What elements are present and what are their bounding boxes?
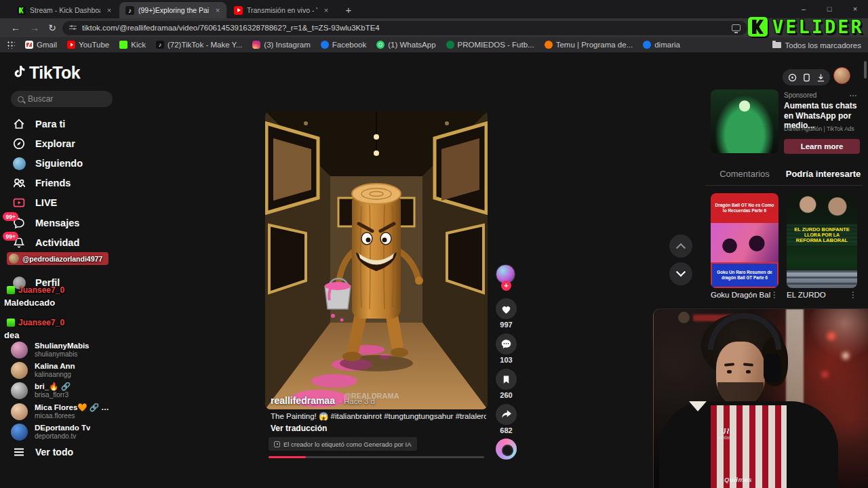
- jersey-collar: [689, 401, 707, 411]
- coin-icon[interactable]: [788, 73, 797, 82]
- maximize-button[interactable]: □: [816, 0, 842, 18]
- bookmark-button[interactable]: [496, 369, 517, 390]
- tiktok-page: TikTok Para ti Explorar Siguiendo: [0, 53, 868, 488]
- sidebar-item-live[interactable]: LIVE: [11, 194, 153, 211]
- tab-youtube-live[interactable]: Transmisión en vivo - YouTube ×: [228, 2, 335, 18]
- live-icon: [11, 195, 27, 210]
- suggested-video-goku[interactable]: Dragón Ball GT No es Como lo Recuerdas P…: [711, 193, 778, 288]
- sponsored-label: Sponsored: [784, 92, 816, 99]
- new-tab-button[interactable]: +: [340, 3, 357, 18]
- share-button[interactable]: [496, 404, 517, 425]
- avatar: [11, 382, 28, 399]
- avatar: [11, 403, 28, 420]
- like-button[interactable]: [496, 298, 517, 319]
- mobile-icon[interactable]: [803, 73, 810, 82]
- video-caption: The Painting! 😱 #italianbrainrot #tungtu…: [271, 411, 486, 421]
- tiktok-note-icon: [11, 64, 27, 82]
- video-player[interactable]: @REALDRAMA: [265, 111, 488, 409]
- video-progress-bar[interactable]: [269, 456, 484, 458]
- suggested-title-row[interactable]: EL ZURDO ⋮: [787, 290, 857, 300]
- bookmark-youtube[interactable]: YouTube: [67, 41, 109, 49]
- bookmark-dimaria[interactable]: dimaria: [643, 41, 680, 49]
- bookmark-tiktok[interactable]: ♪(72)TikTok - Make Y...: [156, 41, 242, 49]
- bookmark-gmail[interactable]: Gmail: [25, 41, 57, 49]
- stream-brand-text: VELIDER: [772, 16, 864, 37]
- headphone-earcup-icon: [764, 354, 781, 382]
- see-all-button[interactable]: Ver todo: [11, 445, 73, 460]
- video-username[interactable]: reallifedramaa: [271, 395, 335, 406]
- tab-tiktok-active[interactable]: ♪ (99+)Exploring the Painting Ph ×: [119, 2, 226, 18]
- thumb-caption-top: Dragón Ball GT No es Como lo Recuerdas P…: [711, 193, 778, 223]
- tab-podria-interesarte[interactable]: Podría interesarte: [784, 169, 863, 182]
- user-avatar[interactable]: [833, 67, 850, 84]
- tab-close-icon[interactable]: ×: [213, 6, 222, 14]
- tab-comentarios[interactable]: Comentarios: [705, 169, 784, 182]
- activity-bell-icon: 99+: [11, 235, 27, 250]
- bookmark-promiedos[interactable]: PROMIEDOS - Futb...: [446, 41, 534, 49]
- bookmark-kick[interactable]: Kick: [119, 41, 146, 49]
- comment-button[interactable]: [496, 333, 517, 354]
- more-options-icon[interactable]: ⋮: [770, 290, 778, 300]
- bookmark-temu[interactable]: Temu | Programa de...: [545, 41, 633, 49]
- next-video-button[interactable]: [669, 262, 692, 285]
- cast-icon[interactable]: [732, 24, 741, 31]
- account-row[interactable]: bri_🔥 🔗brisa_florr3: [11, 381, 153, 400]
- tab-kick-dashboard[interactable]: Stream - Kick Dashboard ×: [11, 2, 118, 18]
- all-bookmarks-button[interactable]: Todos los marcadores: [772, 37, 862, 53]
- apps-grid-icon[interactable]: [7, 41, 15, 49]
- sidebar-item-para-ti[interactable]: Para ti: [11, 115, 153, 133]
- scrollbar[interactable]: [864, 61, 867, 79]
- sidebar-item-mensajes[interactable]: 99+ Mensajes: [11, 214, 153, 232]
- account-row[interactable]: Kalina Annkalinaanngg: [11, 361, 153, 380]
- reload-button[interactable]: ↻: [45, 20, 60, 35]
- tab-close-icon[interactable]: ×: [321, 6, 331, 14]
- close-window-button[interactable]: ×: [842, 0, 868, 18]
- bookmark-facebook[interactable]: Facebook: [321, 41, 367, 49]
- suggested-title-row[interactable]: Goku Dragón Ball ⋮: [711, 290, 778, 300]
- ad-more-icon[interactable]: …: [849, 89, 858, 98]
- kick-chat-badge-icon: [7, 319, 15, 327]
- search-input[interactable]: [28, 94, 106, 104]
- sidebar-item-siguiendo[interactable]: Siguiendo: [11, 155, 153, 172]
- ad-cta-button[interactable]: Learn more: [784, 139, 860, 154]
- sidebar-item-actividad[interactable]: 99+ Actividad: [11, 234, 153, 251]
- share-arrow-icon: [500, 409, 512, 420]
- download-icon[interactable]: [816, 73, 825, 82]
- url-text[interactable]: tiktok.com/@reallifedramaa/video/7606145…: [82, 24, 726, 32]
- video-progress-fill: [269, 456, 306, 458]
- tiktok-icon: ♪: [156, 41, 164, 49]
- forward-button[interactable]: →: [27, 20, 42, 35]
- account-row[interactable]: Mica Flores🧡 🔗 …micaa.florees: [11, 402, 153, 421]
- account-row[interactable]: DEportando Tvdeportando.tv: [11, 422, 153, 441]
- address-bar[interactable]: tiktok.com/@reallifedramaa/video/7606145…: [62, 21, 747, 35]
- led-light: [822, 371, 828, 378]
- ad-advertiser: Daniel Aguillón | TikTok Ads: [784, 125, 861, 132]
- thumb-caption: EL ZURDO BONFANTE LLORA POR LA REFORMA L…: [787, 224, 857, 245]
- account-row[interactable]: ShulianyMabisshulianymabis: [11, 340, 153, 359]
- see-translation-button[interactable]: Ver traducción: [271, 424, 327, 433]
- whatsapp-icon: [376, 41, 384, 49]
- suggested-video-zurdo[interactable]: EL ZURDO BONFANTE LLORA POR LA REFORMA L…: [787, 193, 857, 288]
- thumb-image-building: [787, 270, 857, 288]
- kick-favicon: [17, 6, 26, 15]
- back-button[interactable]: ←: [8, 20, 23, 35]
- following-avatar-icon: [11, 156, 27, 171]
- sidebar-item-friends[interactable]: Friends: [11, 174, 153, 192]
- tab-close-icon[interactable]: ×: [104, 6, 114, 14]
- bookmark-whatsapp[interactable]: (1) WhatsApp: [376, 41, 435, 49]
- kick-logo-icon: [748, 17, 768, 37]
- follow-button[interactable]: +: [501, 281, 511, 291]
- previous-video-button[interactable]: [669, 235, 692, 258]
- chat-message-text: Maleducado: [4, 298, 55, 308]
- search-box[interactable]: [11, 91, 113, 107]
- ad-thumbnail[interactable]: [711, 89, 778, 153]
- chevron-down-icon: [676, 267, 686, 277]
- minimize-button[interactable]: –: [791, 0, 816, 18]
- more-options-icon[interactable]: ⋮: [849, 290, 857, 300]
- bookmark-instagram[interactable]: (3) Instagram: [252, 41, 310, 49]
- tiktok-logo[interactable]: TikTok: [11, 63, 80, 83]
- video-author-row[interactable]: reallifedramaa · Hace 3 d: [271, 395, 375, 406]
- sound-disc[interactable]: [496, 439, 517, 460]
- sidebar-item-explorar[interactable]: Explorar: [11, 135, 153, 152]
- site-settings-icon[interactable]: [69, 25, 77, 31]
